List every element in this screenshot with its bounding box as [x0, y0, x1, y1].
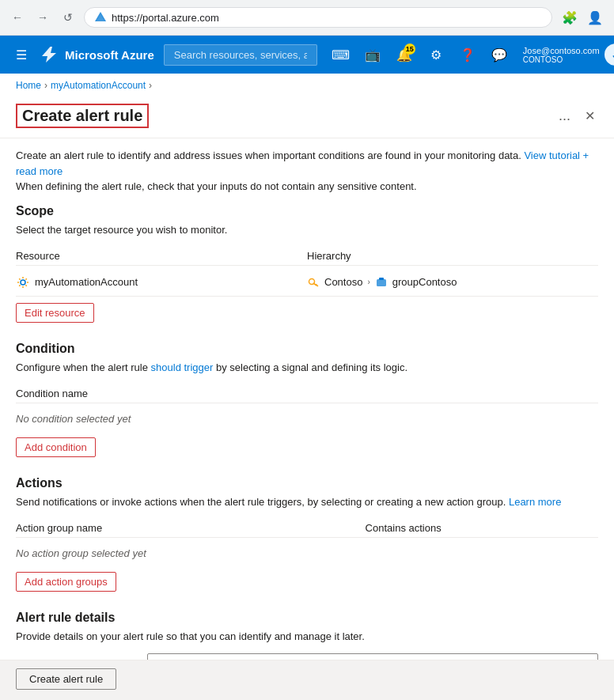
hierarchy-column-header: Hierarchy: [307, 250, 598, 262]
breadcrumb-automation-account[interactable]: myAutomationAccount: [51, 80, 146, 91]
user-tenant: CONTOSO: [523, 55, 600, 64]
page-title: Create alert rule: [16, 104, 149, 128]
svg-rect-4: [377, 279, 386, 286]
info-banner: Create an alert rule to identify and add…: [16, 138, 598, 195]
extensions-button[interactable]: 🧩: [559, 6, 581, 28]
resource-column-header: Resource: [16, 250, 307, 262]
main-content: Home › myAutomationAccount › Create aler…: [0, 74, 614, 698]
breadcrumb-sep-2: ›: [149, 80, 152, 91]
hierarchy-contoso: Contoso: [324, 276, 362, 288]
scope-resource-row: myAutomationAccount Contoso ›: [16, 269, 598, 297]
scope-section: Scope Select the target resource you wis…: [16, 204, 598, 323]
user-account-button[interactable]: Jose@contoso.com CONTOSO J: [517, 40, 614, 69]
azure-logo-text: Microsoft Azure: [65, 48, 154, 62]
actions-desc: Send notifications or invoke actions whe…: [16, 495, 598, 509]
contains-actions-header: Contains actions: [366, 522, 598, 534]
settings-button[interactable]: ⚙: [422, 40, 450, 69]
actions-section: Actions Send notifications or invoke act…: [16, 476, 598, 592]
more-options-button[interactable]: ...: [554, 106, 575, 126]
actions-title: Actions: [16, 476, 598, 490]
edit-resource-button[interactable]: Edit resource: [16, 303, 94, 323]
help-button[interactable]: ❓: [453, 40, 482, 69]
alert-rule-details-section: Alert rule details Provide details on yo…: [16, 611, 598, 660]
address-bar: https://portal.azure.com: [84, 7, 552, 28]
condition-name-label: Condition name: [16, 388, 88, 399]
condition-desc: Configure when the alert rule should tri…: [16, 361, 598, 375]
hamburger-menu-button[interactable]: ☰: [13, 40, 30, 69]
close-panel-button[interactable]: ✕: [582, 105, 598, 127]
group-icon: [375, 276, 388, 289]
condition-name-row: Condition name: [16, 384, 598, 403]
gear-icon: [16, 275, 30, 289]
scope-table-header: Resource Hierarchy: [16, 247, 598, 266]
learn-more-link[interactable]: Learn more: [509, 496, 561, 508]
add-action-groups-button[interactable]: Add action groups: [16, 572, 116, 592]
alert-rule-name-label: Alert rule name * i: [16, 653, 135, 660]
condition-title: Condition: [16, 342, 598, 356]
hierarchy-chevron: ›: [367, 278, 370, 286]
browser-action-icons: 🧩 👤: [559, 6, 606, 28]
back-button[interactable]: ←: [8, 8, 27, 27]
scope-desc: Select the target resource you wish to m…: [16, 223, 598, 237]
condition-section: Condition Configure when the alert rule …: [16, 342, 598, 457]
azure-favicon-icon: [94, 11, 107, 24]
breadcrumb-sep-1: ›: [44, 80, 47, 91]
panel-header-actions: ... ✕: [554, 105, 598, 127]
panel-footer: Create alert rule: [0, 660, 614, 698]
azure-logo: Microsoft Azure: [40, 45, 154, 64]
no-action-text: No action group selected yet: [16, 541, 598, 566]
global-search-input[interactable]: [164, 44, 317, 66]
info-text-1: Create an alert rule to identify and add…: [16, 149, 524, 161]
actions-table-header: Action group name Contains actions: [16, 519, 598, 538]
notifications-button[interactable]: 🔔 15: [390, 40, 419, 69]
user-avatar: J: [605, 44, 614, 66]
no-condition-text: No condition selected yet: [16, 407, 598, 431]
user-info: Jose@contoso.com CONTOSO: [523, 46, 600, 64]
feedback-button[interactable]: 💬: [485, 40, 514, 69]
svg-rect-5: [379, 278, 384, 280]
notification-badge: 15: [404, 44, 415, 55]
user-email: Jose@contoso.com: [523, 46, 600, 55]
add-condition-button[interactable]: Add condition: [16, 437, 96, 457]
url-text: https://portal.azure.com: [112, 12, 542, 24]
refresh-button[interactable]: ↺: [59, 8, 78, 27]
cloud-shell-button[interactable]: ⌨: [327, 40, 355, 69]
panel-body: Create an alert rule to identify and add…: [0, 138, 614, 660]
azure-nav: ☰ Microsoft Azure ⌨ 📺 🔔 15 ⚙ ❓ 💬 Jose@co…: [0, 36, 614, 74]
actions-desc-text: Send notifications or invoke actions whe…: [16, 496, 506, 508]
browser-toolbar: ← → ↺ https://portal.azure.com 🧩 👤: [0, 0, 614, 35]
info-text-2: When defining the alert rule, check that…: [16, 180, 417, 192]
alert-rule-name-row: Alert rule name * i: [16, 653, 598, 660]
alert-rule-details-desc: Provide details on your alert rule so th…: [16, 630, 598, 644]
hierarchy-group: groupContoso: [392, 276, 457, 288]
scope-title: Scope: [16, 204, 598, 218]
browser-chrome: ← → ↺ https://portal.azure.com 🧩 👤: [0, 0, 614, 36]
svg-point-2: [21, 280, 25, 285]
azure-logo-icon: [40, 45, 59, 64]
breadcrumb: Home › myAutomationAccount ›: [0, 74, 614, 97]
nav-icon-group: ⌨ 📺 🔔 15 ⚙ ❓ 💬 Jose@contoso.com CONTOSO …: [327, 40, 614, 69]
alert-rule-details-title: Alert rule details: [16, 611, 598, 625]
profile-button[interactable]: 👤: [584, 6, 606, 28]
create-alert-rule-button[interactable]: Create alert rule: [16, 668, 116, 690]
portal-settings-button[interactable]: 📺: [358, 40, 387, 69]
key-icon: [307, 276, 320, 289]
resource-name: myAutomationAccount: [35, 276, 138, 288]
automation-account-icon: [16, 275, 30, 289]
hierarchy-cell: Contoso › groupContoso: [307, 276, 598, 289]
panel-header: Create alert rule ... ✕: [0, 97, 614, 138]
alert-rule-name-input[interactable]: [147, 653, 598, 660]
resource-cell: myAutomationAccount: [16, 275, 307, 289]
action-group-name-header: Action group name: [16, 522, 366, 534]
forward-button[interactable]: →: [33, 8, 52, 27]
breadcrumb-home[interactable]: Home: [16, 80, 41, 91]
